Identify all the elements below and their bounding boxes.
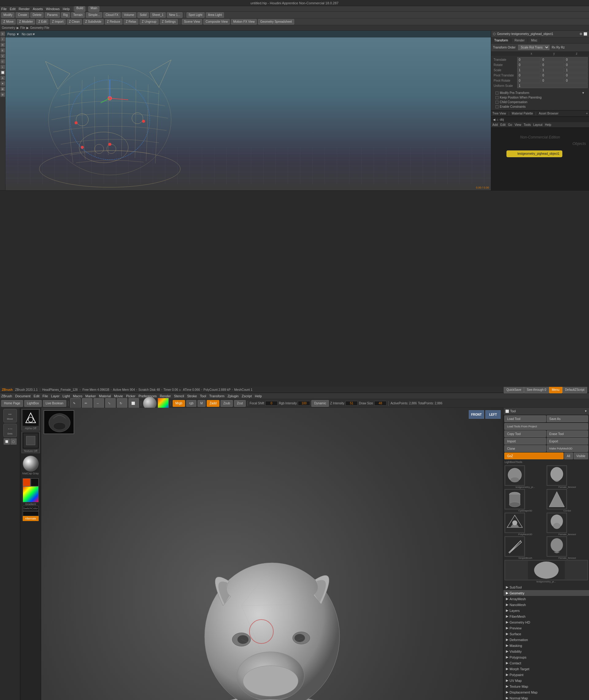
zbm-zbrush[interactable]: ZBrush — [1, 394, 12, 398]
btn-zreduce[interactable]: Z Reduce — [105, 19, 123, 25]
btn-mrgb[interactable]: Mrgb — [173, 400, 185, 407]
fg-color[interactable] — [23, 478, 31, 486]
zbm-material[interactable]: Material — [99, 394, 111, 398]
lbtn-extra2[interactable]: ⊞ — [0, 87, 5, 92]
zbm-edit[interactable]: Edit — [34, 394, 40, 398]
tool-move[interactable]: ↔ Move — [3, 409, 17, 422]
item-subtool[interactable]: ▶ SubTool — [504, 584, 589, 590]
zbm-document[interactable]: Document — [15, 394, 30, 398]
btn-clone[interactable]: Clone — [504, 445, 546, 452]
menu-render[interactable]: Render — [19, 7, 30, 11]
item-nanomesh[interactable]: ▶ NanoMesh — [504, 602, 589, 607]
zbm-macro[interactable]: Macro — [73, 394, 82, 398]
panel-expand-icon[interactable]: ⬜ — [583, 32, 587, 36]
item-uv-map[interactable]: ▶ UV Map — [504, 678, 589, 683]
uniform-scale-val[interactable] — [517, 83, 588, 88]
tab-tree-view[interactable]: Tree View — [493, 112, 506, 115]
zbm-file[interactable]: File — [43, 394, 48, 398]
item-surface[interactable]: ▶ Surface — [504, 631, 589, 637]
btn-zmodeler[interactable]: Z Modeler — [17, 19, 35, 25]
add-tab-btn[interactable]: + — [586, 112, 588, 115]
item-visibility[interactable]: ▶ Visibility — [504, 649, 589, 654]
btn-modify[interactable]: Modify — [1, 12, 14, 18]
texture-button[interactable]: Texture Off — [21, 432, 40, 453]
alternate-btn[interactable]: Alternate — [23, 516, 39, 521]
btn-zrelax[interactable]: Z Relax — [124, 19, 138, 25]
btn-live-boolean[interactable]: Live Boolean — [43, 400, 66, 407]
item-texture-map[interactable]: ▶ Texture Map — [504, 683, 589, 689]
z-intensity-val[interactable]: 51 — [346, 401, 358, 406]
btn-load-tool[interactable]: Load Tool — [504, 415, 546, 422]
btn-zmove[interactable]: Z Move — [1, 19, 16, 25]
pivot-ry[interactable] — [541, 78, 564, 83]
scale-z[interactable] — [564, 67, 588, 73]
thumb-corsol[interactable] — [547, 489, 567, 509]
btn-area-light[interactable]: Area Light — [206, 12, 224, 18]
zbrush-viewport[interactable]: FRONT LEFT — [41, 408, 503, 700]
btn-solid[interactable]: Solid — [138, 12, 149, 18]
zbm-marker[interactable]: Marker — [85, 394, 96, 398]
btn-scale-zb[interactable]: ⤡ — [105, 398, 116, 409]
btn-homepage[interactable]: Home Page — [1, 400, 23, 407]
thumb-testgeo[interactable] — [505, 560, 588, 580]
nm-go[interactable]: Go — [508, 123, 512, 127]
nm-edit[interactable]: Edit — [500, 123, 506, 127]
item-deformation[interactable]: ▶ Deformation — [504, 637, 589, 643]
btn-delete[interactable]: Delete — [30, 12, 43, 18]
item-preview[interactable]: ▶ Preview — [504, 625, 589, 631]
item-geometry[interactable]: ▶ Geometry — [504, 590, 589, 596]
item-morph-target[interactable]: ▶ Morph Target — [504, 666, 589, 672]
zbm-stencil[interactable]: Stencil — [174, 394, 184, 398]
btn-erase-tool[interactable]: Erase Tool — [547, 430, 588, 437]
thumb-cylinder[interactable] — [505, 489, 525, 509]
btn-make-polymesh[interactable]: Make PolyMesh3D — [547, 445, 588, 452]
cb-enable-constraints-check[interactable] — [496, 105, 499, 108]
zbm-render[interactable]: Render — [160, 394, 171, 398]
btn-volume[interactable]: Volume — [122, 12, 136, 18]
btn-draw[interactable]: ✎ — [70, 398, 81, 409]
menu-file[interactable]: File — [1, 7, 7, 11]
lbtn-rotate[interactable]: R — [0, 42, 5, 47]
nm-add[interactable]: Add — [493, 123, 498, 127]
lbtn-transform[interactable]: T — [0, 37, 5, 42]
lbtn-render[interactable]: ⬜ — [0, 70, 5, 75]
matcap-sphere[interactable] — [23, 456, 39, 471]
cb-modify-pre-check[interactable] — [496, 92, 499, 95]
lbtn-view[interactable]: V — [0, 53, 5, 58]
pivot-rz[interactable] — [564, 78, 588, 83]
pivot-rx[interactable] — [517, 78, 541, 83]
tab-transform[interactable]: Transform — [491, 38, 512, 43]
lbtn-light[interactable]: L — [0, 64, 5, 69]
btn-rgb[interactable]: rgb — [186, 400, 196, 407]
btn-goz[interactable]: GoZ — [504, 452, 564, 459]
cb-keep-pos-check[interactable] — [496, 96, 499, 99]
zbm-stroke[interactable]: Stroke — [187, 394, 197, 398]
btn-terrain[interactable]: Terrain — [71, 12, 85, 18]
nm-view[interactable]: View — [515, 123, 521, 127]
btn-dynamic[interactable]: Dynamic — [312, 400, 329, 407]
breadcrumb-geofile[interactable]: Geometry File — [30, 26, 49, 29]
tab-asset-browser[interactable]: Asset Browser — [539, 112, 558, 115]
lbtn-extra3[interactable]: ⊛ — [0, 92, 5, 97]
zbm-picker[interactable]: Picker — [126, 394, 136, 398]
draw-size-val[interactable]: 48 — [374, 401, 387, 406]
zbm-zplugin[interactable]: Zplugin — [228, 394, 239, 398]
switch-color-btn[interactable]: SwitchColor — [23, 506, 39, 511]
btn-scene-view[interactable]: Scene View — [182, 19, 202, 25]
lbtn-select[interactable]: S — [0, 31, 5, 36]
zbm-light[interactable]: Light — [62, 394, 70, 398]
zb-quicksave-btn[interactable]: QuickSave — [504, 387, 524, 393]
btn-import[interactable]: Import — [504, 438, 546, 445]
zbm-tool[interactable]: Tool — [200, 394, 206, 398]
color-swatch-black[interactable] — [23, 511, 39, 516]
lbtn-scale[interactable]: E — [0, 48, 5, 53]
item-displacement-map[interactable]: ▶ Displacement Map — [504, 689, 589, 695]
btn-save-as[interactable]: Save As — [547, 415, 588, 422]
icon-sq2[interactable]: ◯ — [10, 438, 17, 445]
tab-render[interactable]: Render — [512, 38, 528, 43]
btn-lightbox[interactable]: LightBox — [24, 400, 42, 407]
lbtn-anim[interactable]: A — [0, 76, 5, 81]
btn-zadd[interactable]: Zadd — [207, 400, 219, 407]
nav-front[interactable]: FRONT — [469, 410, 484, 419]
btn-visible[interactable]: Visible — [574, 452, 588, 459]
